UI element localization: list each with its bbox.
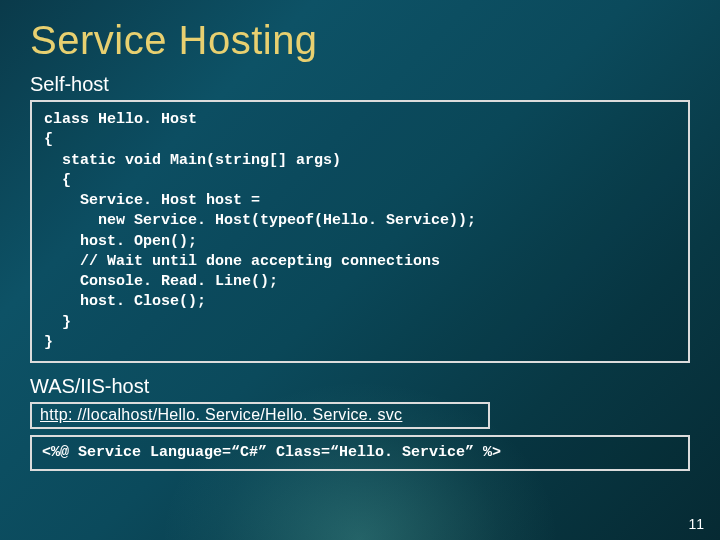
washost-directive: <%@ Service Language=“C#” Class=“Hello. …	[42, 443, 678, 463]
washost-url-box: http: //localhost/Hello. Service/Hello. …	[30, 402, 490, 429]
selfhost-code: class Hello. Host { static void Main(str…	[44, 110, 676, 353]
section-label-washost: WAS/IIS-host	[30, 375, 690, 398]
page-title: Service Hosting	[30, 18, 690, 63]
section-label-selfhost: Self-host	[30, 73, 690, 96]
washost-url: http: //localhost/Hello. Service/Hello. …	[40, 406, 402, 423]
page-number: 11	[688, 516, 704, 532]
washost-directive-box: <%@ Service Language=“C#” Class=“Hello. …	[30, 435, 690, 471]
slide-container: Service Hosting Self-host class Hello. H…	[0, 0, 720, 540]
selfhost-code-box: class Hello. Host { static void Main(str…	[30, 100, 690, 363]
